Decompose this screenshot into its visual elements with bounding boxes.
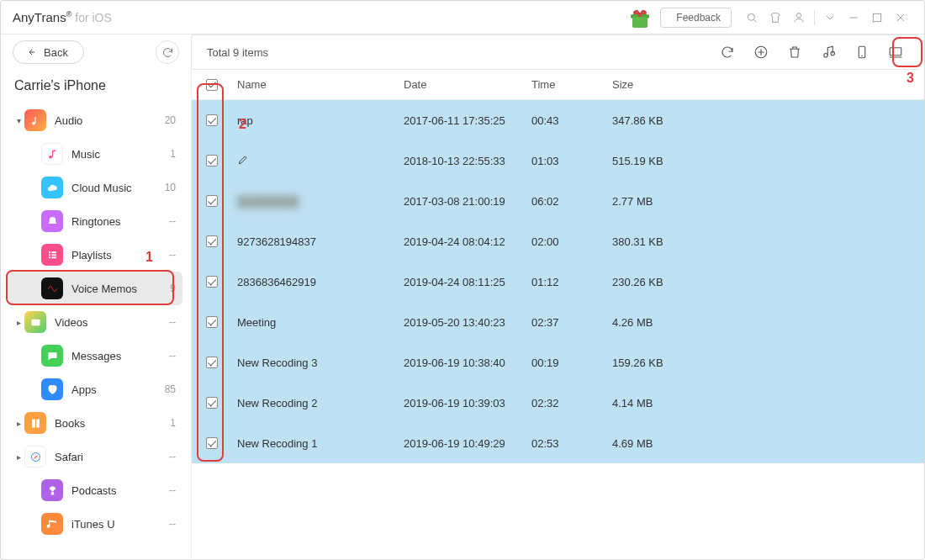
refresh-button[interactable] <box>719 44 736 61</box>
audio-icon <box>24 109 46 131</box>
feedback-button[interactable]: Feedback <box>660 8 732 28</box>
sidebar-item-ringtones[interactable]: Ringtones-- <box>9 204 182 238</box>
search-icon[interactable] <box>740 6 764 29</box>
table-row[interactable]: ████████2017-03-08 21:00:1906:022.77 MB <box>192 181 924 221</box>
row-checkbox[interactable] <box>206 397 218 409</box>
sidebar-item-label: Apps <box>71 383 165 396</box>
sidebar-item-count: -- <box>169 215 176 227</box>
row-checkbox[interactable] <box>206 276 218 288</box>
sidebar-item-count: 9 <box>170 283 176 294</box>
music-icon <box>41 143 63 165</box>
voice-icon <box>41 277 63 299</box>
maximize-icon[interactable] <box>865 6 889 29</box>
sidebar-item-count: 10 <box>165 182 176 193</box>
sidebar-item-count: -- <box>169 484 176 496</box>
row-checkbox[interactable] <box>206 195 218 207</box>
cell-name: New Recoding 1 <box>237 437 317 450</box>
cell-time: 00:19 <box>531 357 612 369</box>
col-name[interactable]: Name <box>232 78 404 91</box>
cloud-icon <box>41 177 63 198</box>
table-row[interactable]: 92736281948372019-04-24 08:04:1202:00380… <box>192 221 924 262</box>
row-checkbox[interactable] <box>206 437 218 449</box>
row-checkbox[interactable] <box>206 316 218 328</box>
gift-icon[interactable] <box>630 8 650 28</box>
cell-time: 02:32 <box>531 397 612 409</box>
sidebar-item-books[interactable]: ▸Books1 <box>9 406 182 440</box>
sidebar-item-count: 1 <box>170 417 176 429</box>
row-checkbox[interactable] <box>206 155 218 166</box>
sidebar-item-label: Audio <box>55 114 165 127</box>
table-row[interactable]: 2018-10-13 22:55:3301:03515.19 KB <box>192 140 924 181</box>
sidebar-item-cloud-music[interactable]: Cloud Music10 <box>9 171 182 204</box>
cell-date: 2017-03-08 21:00:19 <box>404 195 531 208</box>
table-row[interactable]: rap2017-06-11 17:35:2500:43347.86 KB <box>192 100 924 140</box>
cell-size: 380.31 KB <box>612 235 730 248</box>
select-all-checkbox[interactable] <box>206 79 218 91</box>
cell-date: 2018-10-13 22:55:33 <box>404 155 531 167</box>
table-row[interactable]: New Recoding 12019-06-19 10:49:2902:534.… <box>192 423 924 463</box>
cell-size: 4.14 MB <box>612 397 730 409</box>
sidebar-item-label: Videos <box>55 316 169 329</box>
device-name: Carrie's iPhone <box>9 75 182 103</box>
sidebar-item-label: Safari <box>55 451 169 463</box>
cell-size: 347.86 KB <box>612 114 730 127</box>
row-checkbox[interactable] <box>206 235 218 247</box>
col-time[interactable]: Time <box>531 78 612 91</box>
total-items: Total 9 items <box>207 46 268 59</box>
svg-rect-10 <box>34 117 35 124</box>
table-row[interactable]: 28368364629192019-04-24 08:11:2501:12230… <box>192 262 924 302</box>
cell-size: 4.26 MB <box>612 316 730 329</box>
safari-icon <box>24 446 46 468</box>
svg-rect-18 <box>31 319 40 325</box>
cell-name: 9273628194837 <box>237 235 316 248</box>
table-row[interactable]: New Recoding 22019-06-19 10:39:0302:324.… <box>192 383 924 423</box>
caret-icon: ▾ <box>13 116 24 125</box>
col-date[interactable]: Date <box>404 78 531 91</box>
cell-size: 4.69 MB <box>612 437 730 450</box>
refresh-sidebar-button[interactable] <box>156 40 179 64</box>
to-itunes-button[interactable] <box>820 44 837 61</box>
sidebar-item-label: Podcasts <box>71 484 169 497</box>
books-icon <box>24 412 46 434</box>
col-size[interactable]: Size <box>612 78 730 91</box>
sidebar: Carrie's iPhone ▾Audio20Music1Cloud Musi… <box>1 70 191 559</box>
row-checkbox[interactable] <box>206 357 218 368</box>
sidebar-item-playlists[interactable]: Playlists-- <box>9 238 182 272</box>
table-header: Name Date Time Size <box>192 70 924 100</box>
table-row[interactable]: New Recoding 32019-06-19 10:38:4000:1915… <box>192 342 924 383</box>
sidebar-item-podcasts[interactable]: Podcasts-- <box>9 473 182 507</box>
svg-rect-12 <box>49 251 50 253</box>
tshirt-icon[interactable] <box>764 6 787 29</box>
svg-rect-13 <box>49 254 50 256</box>
pod-icon <box>41 479 63 501</box>
sidebar-item-apps[interactable]: Apps85 <box>9 372 182 406</box>
delete-button[interactable] <box>786 44 803 61</box>
to-device-button[interactable] <box>854 44 870 61</box>
table-row[interactable]: Meeting2019-05-20 13:40:2302:374.26 MB <box>192 302 924 342</box>
sidebar-item-messages[interactable]: Messages-- <box>9 339 182 372</box>
cell-time: 02:37 <box>531 316 612 329</box>
add-button[interactable] <box>753 44 769 61</box>
sidebar-item-audio[interactable]: ▾Audio20 <box>9 103 182 137</box>
sidebar-item-label: Music <box>71 148 170 161</box>
row-checkbox[interactable] <box>206 114 218 126</box>
caret-icon: ▸ <box>13 318 24 327</box>
sidebar-item-count: 1 <box>170 148 176 160</box>
sidebar-item-itunes-u[interactable]: iTunes U-- <box>9 507 182 541</box>
chevron-down-icon[interactable] <box>818 6 842 29</box>
sidebar-item-label: Messages <box>71 350 169 362</box>
user-icon[interactable] <box>787 6 811 29</box>
to-computer-button[interactable] <box>887 44 904 61</box>
sidebar-item-videos[interactable]: ▸Videos-- <box>9 305 182 339</box>
minimize-icon[interactable] <box>842 6 865 29</box>
sidebar-item-safari[interactable]: ▸Safari-- <box>9 440 182 473</box>
content-area: Name Date Time Size rap2017-06-11 17:35:… <box>191 70 924 559</box>
cell-time: 02:00 <box>531 235 612 248</box>
sidebar-item-count: 20 <box>165 114 176 126</box>
close-icon[interactable] <box>889 6 912 29</box>
sidebar-item-music[interactable]: Music1 <box>9 137 182 171</box>
cell-date: 2019-04-24 08:11:25 <box>404 276 531 288</box>
video-icon <box>24 311 46 333</box>
sidebar-item-voice-memos[interactable]: Voice Memos9 <box>9 272 182 305</box>
back-button[interactable]: Back <box>13 40 84 64</box>
